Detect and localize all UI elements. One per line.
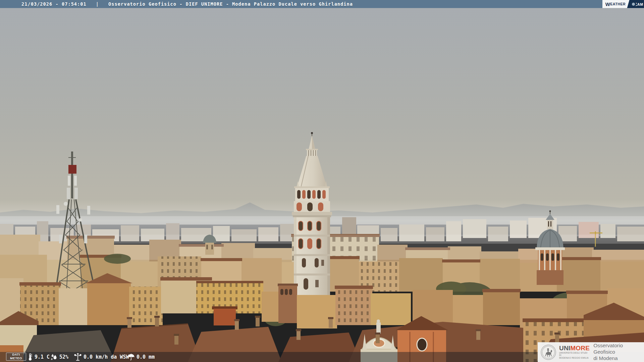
rain-value: 0.0 mm	[137, 354, 155, 360]
header-bar: 21/03/2026 - 07:54:01 | Osservatorio Geo…	[0, 0, 644, 8]
wind-readout: 0.0 km/h da WSW	[74, 352, 129, 362]
humidity-icon	[50, 353, 58, 361]
university-subtitle-line2: MODENA E REGGIO EMILIA	[559, 357, 590, 359]
timestamp: 21/03/2026 - 07:54:01	[21, 1, 87, 7]
unimore-branding: 1175 UNIMORE UNIVERSITÀ DEGLI STUDI DI M…	[538, 342, 644, 362]
umbrella-icon	[127, 353, 135, 361]
unimore-seal-icon: 1175	[541, 345, 556, 360]
observatory-name: Osservatorio Geofisico di Modena	[593, 343, 644, 362]
university-subtitle-line1: UNIVERSITÀ DEGLI STUDI DI	[559, 352, 590, 356]
svg-text:1175: 1175	[547, 356, 550, 358]
rain-readout: 0.0 mm	[127, 352, 155, 362]
weathercam-icon	[631, 1, 636, 7]
unimore-wordmark: UNIMORE UNIVERSITÀ DEGLI STUDI DI MODENA…	[559, 345, 590, 359]
meteo-data-label: DATI METEO	[6, 353, 26, 361]
thermometer-icon	[28, 353, 33, 361]
webcam-page: 21/03/2026 - 07:54:01 | Osservatorio Geo…	[0, 0, 644, 362]
anemometer-icon	[74, 353, 82, 361]
humidity-readout: 52%	[50, 352, 68, 362]
page-title: Osservatorio Geofisico - DIEF UNIMORE - …	[108, 1, 353, 7]
temperature-value: 9.1 C	[35, 354, 50, 360]
humidity-value: 52%	[59, 354, 68, 360]
wind-value: 0.0 km/h da WSW	[84, 354, 129, 360]
header-separator: |	[96, 1, 99, 7]
temperature-readout: 9.1 C	[28, 352, 50, 362]
webcam-photo	[0, 0, 644, 362]
weathercam-logo: WEATHER CAM	[602, 0, 644, 8]
